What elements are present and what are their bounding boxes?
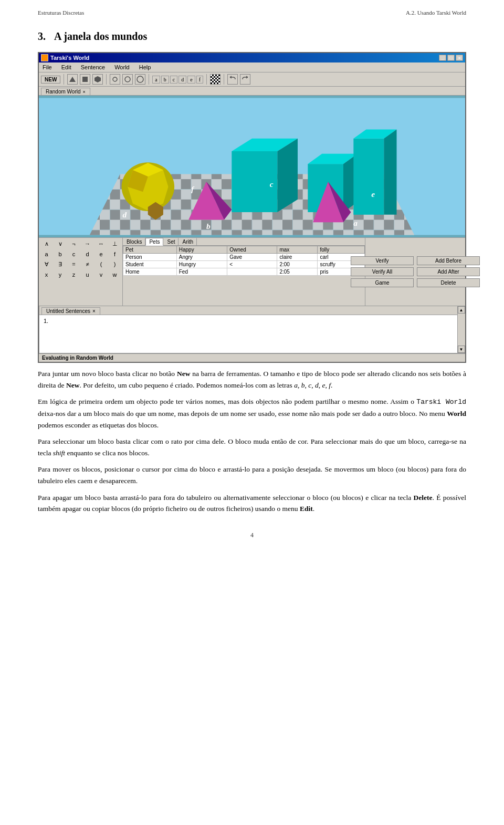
close-button[interactable]: × [456,55,463,61]
svg-point-5 [137,76,143,82]
size-label-d[interactable]: d [178,76,186,83]
size-label-b[interactable]: b [161,76,169,83]
paragraph-1: Para juntar um novo bloco basta clicar n… [38,368,466,391]
size-label-e[interactable]: e [187,76,195,83]
menu-world[interactable]: World [113,64,131,71]
sentences-tab[interactable]: Untitled Sentences × [41,307,100,315]
menu-sentence[interactable]: Sentence [79,64,107,71]
symbol-f[interactable]: f [108,249,121,259]
verify-all-button[interactable]: Verify All [351,267,414,276]
symbol-not[interactable]: ¬ [67,239,80,249]
paragraph-5: Para apagar um bloco basta arrastá-lo pa… [38,492,466,515]
cell-angry: Angry [176,254,227,261]
svg-text:b: b [206,222,211,231]
menu-file[interactable]: File [41,64,54,71]
verify-button[interactable]: Verify [351,256,414,265]
size-label-a[interactable]: a [152,76,160,83]
data-table: Pet Happy Owned max folly Person Angry G… [123,246,365,276]
symbol-exists[interactable]: ∃ [54,259,67,269]
scroll-up[interactable]: ▲ [458,306,465,314]
paragraph-4: Para mover os blocos, posicionar o curso… [38,464,466,486]
cell-200: 2:00 [277,261,318,268]
size-label-c[interactable]: c [170,76,177,83]
scrollbar-vertical[interactable]: ▲ ▼ [457,306,465,353]
symbol-w[interactable]: w [108,270,121,279]
paragraph-2: Em lógica de primeira ordem um objecto p… [38,396,466,431]
sentences-tab-close[interactable]: × [92,308,96,314]
symbol-rparen[interactable]: ) [108,259,121,269]
game-button[interactable]: Game [351,278,414,287]
header-left: Estruturas Discretas [38,9,84,16]
cell-person: Person [123,254,177,261]
symbol-grid: ∧ ∨ ¬ → ↔ ⊥ a b c d e f ∀ ∃ = [40,239,121,279]
toolbar-sep-2 [106,74,107,85]
shape-teal-box-tall[interactable]: e [353,129,396,214]
delete-button[interactable]: Delete [417,278,480,287]
cell-home: Home [123,268,177,276]
minimize-button[interactable]: _ [439,55,446,61]
toolbar-square[interactable] [80,74,90,85]
toolbar-circle-small[interactable] [110,74,120,85]
shape-teal-box-large[interactable]: c [232,139,298,212]
symbol-d[interactable]: d [81,249,94,259]
symbol-eq[interactable]: = [67,259,80,269]
symbol-x[interactable]: x [40,270,53,279]
table-row: Student Hungry < 2:00 scruffy [123,261,365,268]
tab-pets[interactable]: Pets [145,238,163,246]
symbol-or[interactable]: ∨ [54,239,67,249]
cell-student: Student [123,261,177,268]
symbol-iff[interactable]: ↔ [94,239,108,249]
symbol-lparen[interactable]: ( [94,259,108,269]
cell-claire: claire [277,254,318,261]
world-tab[interactable]: Random World × [41,88,90,95]
svg-marker-0 [69,77,76,82]
toolbar-circle-medium[interactable] [122,74,133,85]
symbol-neq[interactable]: ≠ [81,259,94,269]
toolbar-triangle-up[interactable] [67,74,78,85]
toolbar-redo[interactable] [240,74,250,85]
tab-arith[interactable]: Arith [178,238,197,245]
symbol-e[interactable]: e [94,249,108,259]
col-happy: Happy [176,246,227,254]
page-number: 4 [250,531,254,539]
menu-edit[interactable]: Edit [60,64,73,71]
symbol-a[interactable]: a [40,249,53,259]
titlebar-buttons[interactable]: _ □ × [439,55,463,61]
section-title: A janela dos mundos [54,30,147,42]
toolbar-undo[interactable] [227,74,238,85]
sentences-empty-space [44,325,453,351]
symbol-implies[interactable]: → [81,239,94,249]
add-before-button[interactable]: Add Before [417,256,480,265]
symbol-z[interactable]: z [67,270,80,279]
maximize-button[interactable]: □ [447,55,455,61]
symbol-u[interactable]: u [81,270,94,279]
toolbar-checker[interactable] [210,74,220,85]
world-tab-close[interactable]: × [83,89,86,95]
tab-set[interactable]: Set [163,238,178,245]
sentence-1[interactable]: 1. [44,317,453,325]
svg-marker-32 [384,129,396,214]
symbol-forall[interactable]: ∀ [40,259,53,269]
data-panel-tabs: Blocks Pets Set Arith [123,238,365,246]
verify-row-1: Verify Add Before [351,256,480,265]
symbol-bot[interactable]: ⊥ [108,239,121,249]
symbol-c[interactable]: c [67,249,80,259]
symbol-y[interactable]: y [54,270,67,279]
symbol-and[interactable]: ∧ [40,239,53,249]
size-label-f[interactable]: f [196,76,203,83]
new-button[interactable]: NEW [41,76,60,83]
symbol-b[interactable]: b [54,249,67,259]
scroll-track[interactable] [458,314,465,346]
sentences-area: Untitled Sentences × 1. ▲ ▼ [39,306,465,353]
add-after-button[interactable]: Add After [417,267,480,276]
menu-help[interactable]: Help [138,64,153,71]
content-area: Tarski's World _ □ × File Edit Sentence … [0,52,504,515]
section-title-area: 3. A janela dos mundos [0,16,504,52]
toolbar-circle-large[interactable] [135,74,145,85]
tab-blocks[interactable]: Blocks [123,238,145,245]
symbol-v[interactable]: v [94,270,108,279]
scroll-down[interactable]: ▼ [458,346,465,353]
toolbar-hexagon[interactable] [92,74,103,85]
app-title: Tarski's World [50,55,89,61]
cell-hungry: Hungry [176,261,227,268]
